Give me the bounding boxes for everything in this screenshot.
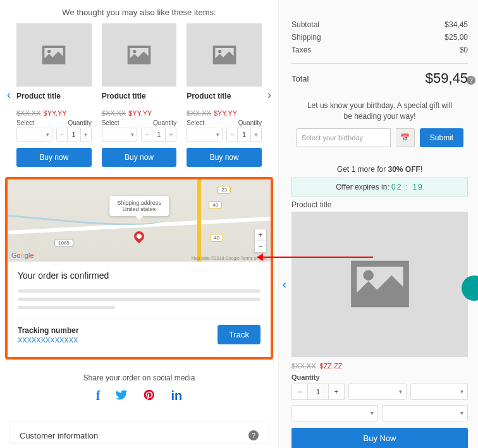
product-card: Product title $XX.XX$YY.YY Select Quanti…: [16, 23, 92, 167]
svg-point-1: [133, 50, 137, 54]
quantity-stepper: − 1 +: [226, 128, 262, 142]
share-heading: Share your order on social media: [5, 373, 273, 382]
old-price: $XX.XX: [102, 109, 126, 117]
product-card: Product title $XX.XX$YY.YY Select Quanti…: [102, 23, 177, 167]
birthday-input[interactable]: Select your birthday: [296, 128, 391, 147]
buy-now-button[interactable]: Buy now: [187, 148, 262, 167]
variant-select[interactable]: ▾: [410, 384, 469, 400]
tracking-number-value[interactable]: XXXXXXXXXXXXX: [18, 336, 79, 344]
summary-total: Total $59,45: [291, 70, 468, 87]
new-price: $YY.YY: [44, 109, 67, 117]
new-price: $ZZ.ZZ: [320, 362, 343, 370]
product-image-placeholder: [16, 23, 92, 87]
old-price: $XX.XX: [291, 362, 316, 370]
buy-now-button[interactable]: Buy now: [16, 148, 92, 167]
deal-product-image: [291, 212, 468, 357]
quantity-stepper: − 1 +: [141, 128, 176, 142]
qty-decrement[interactable]: −: [226, 128, 238, 142]
product-image-placeholder: [187, 23, 262, 87]
variant-select[interactable]: ▾: [291, 405, 378, 421]
qty-value: 1: [308, 384, 328, 400]
deal-product-title: Product title: [291, 200, 468, 209]
map-zoom-controls: + −: [254, 229, 267, 253]
qty-increment[interactable]: +: [250, 128, 262, 142]
text-placeholder: [18, 289, 260, 293]
qty-decrement[interactable]: −: [141, 128, 152, 142]
product-card: Product title $XX.XX$YY.YY Select Quanti…: [187, 23, 262, 167]
route-badge: 40: [210, 234, 223, 242]
select-label: Select: [187, 119, 204, 126]
variant-select[interactable]: ▾: [102, 128, 138, 142]
qty-increment[interactable]: +: [165, 128, 176, 142]
summary-shipping: Shipping$25,00: [291, 33, 468, 42]
route-badge: 40: [209, 201, 222, 209]
buy-now-button[interactable]: Buy Now: [291, 428, 468, 448]
svg-point-0: [47, 50, 51, 54]
pinterest-icon[interactable]: [143, 389, 156, 404]
route-badge: 23: [218, 186, 231, 194]
recommendations-heading: We thought you may also like these items…: [5, 8, 273, 17]
quantity-label: Quantity: [153, 119, 176, 126]
variant-select[interactable]: ▾: [382, 405, 469, 421]
order-confirmation-panel: 23 40 40 1065 Shipping address United st…: [5, 177, 273, 360]
product-image-placeholder: [102, 23, 177, 87]
calendar-icon[interactable]: 📅: [396, 128, 415, 147]
new-price: $YY.YY: [214, 109, 237, 117]
svg-point-2: [218, 50, 222, 54]
linkedin-icon[interactable]: in: [171, 389, 182, 404]
quantity-label: Quantity: [238, 119, 262, 126]
svg-point-3: [363, 270, 374, 281]
countdown-timer: 02 : 19: [391, 183, 424, 191]
carousel-prev[interactable]: ‹: [5, 88, 13, 102]
help-icon[interactable]: ?: [248, 430, 259, 440]
map-pin-icon: [132, 229, 147, 244]
birthday-submit-button[interactable]: Submit: [420, 128, 463, 147]
product-title: Product title: [187, 92, 262, 100]
text-placeholder: [18, 298, 260, 301]
qty-value: 1: [238, 128, 250, 142]
deal-price: $XX.XX$ZZ.ZZ: [291, 362, 468, 370]
variant-select[interactable]: ▾: [187, 128, 223, 142]
variant-select[interactable]: ▾: [16, 128, 52, 142]
quantity-label: Quantity: [68, 119, 91, 126]
route-badge: 1065: [54, 239, 73, 247]
new-price: $YY.YY: [128, 109, 152, 117]
birthday-cta-text: Let us know your birthday. A special gif…: [304, 100, 455, 122]
qty-value: 1: [68, 128, 80, 142]
carousel-next[interactable]: ›: [266, 88, 273, 102]
select-label: Select: [16, 119, 34, 126]
map-address-callout: Shipping address United states: [109, 196, 169, 216]
facebook-icon[interactable]: f: [96, 389, 101, 404]
map-zoom-in[interactable]: +: [255, 229, 266, 241]
product-price: $XX.XX$YY.YY: [187, 109, 262, 117]
shipping-map[interactable]: 23 40 40 1065 Shipping address United st…: [8, 179, 271, 262]
offer-timer-bar: Offer expires in: 02 : 19: [291, 178, 468, 197]
customer-information-section[interactable]: Customer information ?: [9, 421, 269, 444]
map-zoom-out[interactable]: −: [255, 241, 266, 252]
buy-now-button[interactable]: Buy now: [102, 148, 177, 167]
qty-increment[interactable]: +: [80, 128, 92, 142]
select-label: Select: [102, 119, 120, 126]
twitter-icon[interactable]: [115, 389, 128, 404]
image-icon: [345, 254, 415, 314]
quantity-label: Quantity: [291, 373, 468, 381]
help-icon[interactable]: ?: [467, 76, 475, 85]
qty-decrement[interactable]: −: [56, 128, 68, 142]
quantity-stepper: − 1 +: [291, 384, 345, 400]
text-placeholder: [18, 306, 115, 309]
image-icon: [40, 43, 68, 67]
old-price: $XX.XX: [16, 109, 41, 117]
product-price: $XX.XX$YY.YY: [102, 109, 177, 117]
deal-carousel-prev[interactable]: ‹: [283, 277, 286, 291]
google-logo: Google: [11, 251, 34, 259]
quantity-stepper: − 1 +: [56, 128, 92, 142]
variant-select[interactable]: ▾: [348, 384, 407, 400]
qty-increment[interactable]: +: [328, 384, 345, 400]
qty-decrement[interactable]: −: [291, 384, 308, 400]
divider: [291, 63, 468, 64]
summary-subtotal: Subtotal$34,45: [291, 20, 468, 29]
divider: [18, 318, 260, 318]
track-button[interactable]: Track: [218, 325, 260, 344]
image-icon: [211, 43, 238, 67]
tracking-number-label: Tracking number: [18, 326, 79, 335]
